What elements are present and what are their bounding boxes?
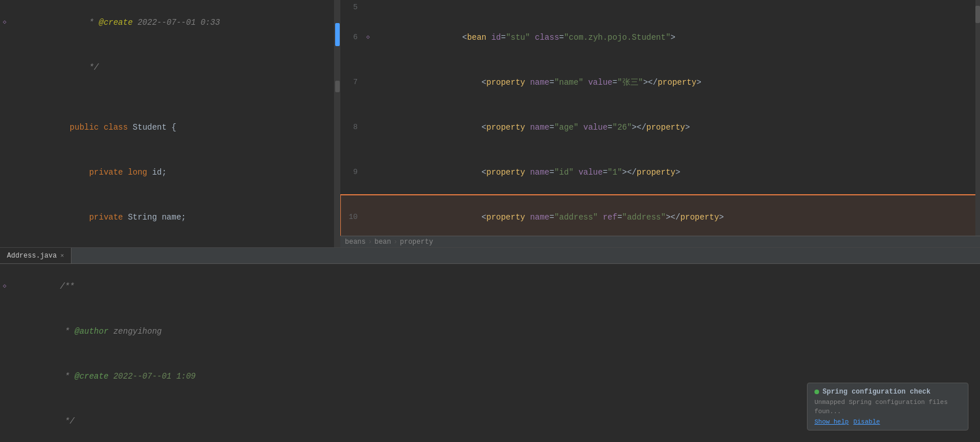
breadcrumb-beans: beans [345, 238, 366, 246]
line-content: /** [9, 264, 980, 309]
gutter-bean-icon: ◇ [363, 30, 373, 45]
code-line: * @author zengyihong [0, 309, 980, 354]
notification-header: Spring configuration check [814, 388, 961, 396]
xml-code-area: 5 6 ◇ <bean id="stu" class="com.zyh.pojo… [340, 0, 980, 247]
breadcrumb-bean: bean [374, 238, 391, 246]
disable-link[interactable]: Disable [853, 418, 880, 425]
right-scroll-thumb[interactable] [975, 6, 980, 23]
code-line: ◇ /** [0, 264, 980, 309]
tab-label: Address.java [7, 252, 57, 260]
notification-popup: Spring configuration check Unmapped Spri… [807, 383, 968, 430]
show-help-link[interactable]: Show help [814, 418, 848, 425]
line-num: 8 [340, 120, 363, 135]
notification-dot-icon [814, 390, 819, 394]
center-scrollbar[interactable] [335, 0, 340, 247]
breadcrumb-property: property [400, 238, 433, 246]
xml-line-8: 8 <property name="age" value="26"></prop… [340, 105, 980, 150]
line-content: * @author zengyihong [9, 309, 980, 354]
code-line [0, 90, 334, 105]
xml-line-10: 10 <property name="address" ref="address… [340, 195, 980, 240]
line-content: <property name="address" ref="address"><… [373, 195, 980, 240]
notification-body: Unmapped Spring configuration files foun… [814, 398, 961, 416]
code-line: private String name; [0, 195, 334, 240]
notification-title: Spring configuration check [823, 388, 930, 396]
xml-breadcrumb: beans › bean › property [340, 236, 980, 247]
breadcrumb-sep: › [368, 238, 372, 246]
line-num: 9 [340, 165, 363, 180]
line-content: <property name="id" value="1"></property… [373, 150, 980, 195]
notification-links: Show help Disable [814, 418, 961, 425]
bottom-pane: Address.java × ◇ /** * @author zengyihon… [0, 248, 980, 442]
line-num: 6 [340, 30, 363, 45]
java-panel[interactable]: ◇ * @create 2022--07--01 0:33 */ [0, 0, 335, 247]
xml-line-5: 5 [340, 0, 980, 15]
line-num: 5 [340, 0, 363, 15]
tab-close-icon[interactable]: × [60, 252, 64, 259]
code-line: private long id; [0, 150, 334, 195]
scroll-thumb-2[interactable] [335, 81, 340, 92]
right-scrollbar[interactable] [975, 0, 980, 236]
tab-address-java[interactable]: Address.java × [0, 248, 72, 263]
line-content: <bean id="stu" class="com.zyh.pojo.Stude… [373, 15, 980, 60]
gutter-bean-icon: ◇ [0, 15, 9, 30]
scroll-thumb[interactable] [335, 23, 340, 46]
xml-line-7: 7 <property name="name" value="张三"></pro… [340, 60, 980, 105]
line-num: 7 [340, 75, 363, 90]
line-num: 10 [340, 210, 363, 225]
line-content: */ [9, 45, 334, 90]
breadcrumb-sep: › [393, 238, 397, 246]
tab-bar: Address.java × [0, 248, 980, 264]
xml-line-9: 9 <property name="id" value="1"></proper… [340, 150, 980, 195]
line-content: <property name="name" value="张三"></prope… [373, 60, 980, 105]
gutter-bean-icon: ◇ [0, 279, 9, 294]
xml-line-6: 6 ◇ <bean id="stu" class="com.zyh.pojo.S… [340, 15, 980, 60]
line-content: private String name; [9, 195, 334, 240]
line-content: * @create 2022--07--01 0:33 [9, 0, 334, 45]
line-content: public class Student { [9, 105, 334, 150]
line-content: private long id; [9, 150, 334, 195]
java-code-area: ◇ * @create 2022--07--01 0:33 */ [0, 0, 334, 247]
code-line: */ [0, 45, 334, 90]
line-content: <property name="age" value="26"></proper… [373, 105, 980, 150]
xml-panel[interactable]: 5 6 ◇ <bean id="stu" class="com.zyh.pojo… [340, 0, 980, 247]
editor-container: ◇ * @create 2022--07--01 0:33 */ [0, 0, 980, 442]
code-line: − private int age; [0, 240, 334, 247]
code-line: public class Student { [0, 105, 334, 150]
line-content: private int age; [9, 240, 334, 247]
top-pane: ◇ * @create 2022--07--01 0:33 */ [0, 0, 980, 248]
code-line: ◇ * @create 2022--07--01 0:33 [0, 0, 334, 45]
